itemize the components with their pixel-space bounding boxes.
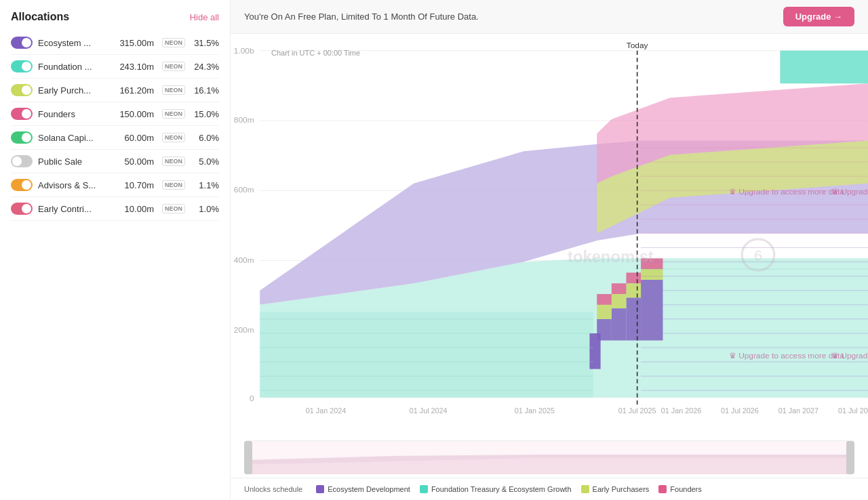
svg-text:800m: 800m bbox=[234, 115, 254, 124]
svg-text:1.00b: 1.00b bbox=[234, 46, 254, 55]
legend-item-label: Early Purchasers bbox=[593, 485, 650, 493]
legend-item: Foundation Treasury & Ecosystem Growth bbox=[420, 485, 572, 493]
main-content: You're On An Free Plan, Limited To 1 Mon… bbox=[231, 0, 868, 500]
svg-marker-16 bbox=[780, 51, 868, 83]
allocation-toggle[interactable] bbox=[11, 37, 33, 49]
svg-rect-25 bbox=[597, 294, 612, 305]
allocation-item: Solana Capi...60.00mNEON6.0% bbox=[11, 126, 219, 150]
allocation-name: Advisors & S... bbox=[38, 180, 119, 190]
svg-text:♛ Upgrade to access more d: ♛ Upgrade to access more d bbox=[831, 351, 868, 360]
allocation-toggle[interactable] bbox=[11, 60, 33, 72]
allocation-item: Early Contri...10.00mNEON1.0% bbox=[11, 197, 219, 221]
allocation-name: Solana Capi... bbox=[38, 133, 119, 143]
allocation-amount: 10.70m bbox=[125, 180, 154, 190]
allocation-amount: 50.00m bbox=[125, 157, 154, 167]
allocation-amount: 60.00m bbox=[125, 133, 154, 143]
allocation-list: Ecosystem ...315.00mNEON31.5%Foundation … bbox=[11, 31, 219, 221]
svg-rect-23 bbox=[626, 283, 641, 297]
svg-text:400m: 400m bbox=[234, 255, 254, 264]
neon-badge: NEON bbox=[162, 109, 185, 119]
allocation-amount: 150.00m bbox=[119, 109, 154, 119]
allocation-toggle[interactable] bbox=[11, 203, 33, 215]
neon-badge: NEON bbox=[162, 133, 185, 142]
svg-rect-20 bbox=[641, 280, 663, 341]
svg-rect-26 bbox=[612, 283, 627, 294]
banner: You're On An Free Plan, Limited To 1 Mon… bbox=[231, 0, 868, 34]
allocation-item: Early Purch...161.20mNEON16.1% bbox=[11, 79, 219, 102]
legend-dot bbox=[316, 485, 324, 493]
allocation-item: Foundation ...243.10mNEON24.3% bbox=[11, 55, 219, 79]
svg-text:01 Jul 2024: 01 Jul 2024 bbox=[410, 407, 448, 415]
svg-text:0: 0 bbox=[250, 394, 254, 402]
banner-text: You're On An Free Plan, Limited To 1 Mon… bbox=[244, 12, 479, 22]
allocation-item: Founders150.00mNEON15.0% bbox=[11, 102, 219, 126]
allocation-item: Public Sale50.00mNEON5.0% bbox=[11, 150, 219, 173]
sidebar-header: Allocations Hide all bbox=[11, 11, 219, 23]
chart-wrap: Chart in UTC + 00:00 Time 1.00b 800m 600… bbox=[231, 41, 868, 478]
minimap-handle-right[interactable] bbox=[846, 441, 854, 474]
neon-badge: NEON bbox=[162, 85, 185, 95]
svg-text:tokenomist: tokenomist bbox=[568, 248, 654, 266]
upgrade-button[interactable]: Upgrade → bbox=[783, 7, 854, 26]
allocation-name: Foundation ... bbox=[38, 62, 114, 72]
sidebar: Allocations Hide all Ecosystem ...315.00… bbox=[0, 0, 231, 500]
legend-dot bbox=[581, 485, 589, 493]
svg-rect-24 bbox=[641, 269, 663, 280]
svg-text:6: 6 bbox=[754, 248, 762, 264]
svg-text:01 Jan 2026: 01 Jan 2026 bbox=[661, 407, 701, 415]
legend-item-label: Ecosystem Development bbox=[328, 485, 410, 493]
allocation-item: Ecosystem ...315.00mNEON31.5% bbox=[11, 31, 219, 55]
neon-badge: NEON bbox=[162, 62, 185, 71]
svg-text:01 Jul 2025: 01 Jul 2025 bbox=[618, 407, 656, 415]
svg-rect-27 bbox=[626, 272, 641, 283]
chart-container: Chart in UTC + 00:00 Time 1.00b 800m 600… bbox=[231, 34, 868, 478]
svg-text:01 Jul 2026: 01 Jul 2026 bbox=[721, 407, 759, 415]
allocation-name: Founders bbox=[38, 109, 114, 119]
minimap[interactable] bbox=[244, 440, 854, 474]
allocation-name: Early Purch... bbox=[38, 85, 114, 96]
legend-item: Founders bbox=[658, 485, 701, 493]
svg-rect-29 bbox=[260, 312, 593, 397]
allocation-toggle[interactable] bbox=[11, 84, 33, 96]
svg-text:01 Jan 2027: 01 Jan 2027 bbox=[778, 407, 818, 415]
minimap-handle-left[interactable] bbox=[244, 441, 252, 474]
svg-text:♛ Upgrade to access more data: ♛ Upgrade to access more data bbox=[729, 187, 845, 196]
main-chart: 1.00b 800m 600m 400m 200m 0 bbox=[231, 41, 868, 440]
legend: Unlocks schedule Ecosystem DevelopmentFo… bbox=[231, 478, 868, 500]
legend-item: Early Purchasers bbox=[581, 485, 650, 493]
svg-rect-18 bbox=[612, 308, 627, 340]
legend-item: Ecosystem Development bbox=[316, 485, 410, 493]
svg-text:01 Jul 2027: 01 Jul 2027 bbox=[838, 407, 868, 415]
allocation-percentage: 31.5% bbox=[193, 38, 219, 48]
allocation-name: Ecosystem ... bbox=[38, 38, 114, 48]
allocation-toggle[interactable] bbox=[11, 131, 33, 144]
allocation-toggle[interactable] bbox=[11, 155, 33, 167]
svg-text:01 Jan 2025: 01 Jan 2025 bbox=[515, 407, 555, 415]
allocation-name: Early Contri... bbox=[38, 204, 119, 214]
legend-item-label: Founders bbox=[670, 485, 701, 493]
allocation-percentage: 15.0% bbox=[193, 109, 219, 119]
allocation-amount: 315.00m bbox=[119, 38, 154, 48]
allocation-toggle[interactable] bbox=[11, 179, 33, 191]
allocation-amount: 10.00m bbox=[125, 204, 154, 214]
legend-prefix-label: Unlocks schedule bbox=[244, 485, 302, 493]
hide-all-button[interactable]: Hide all bbox=[190, 12, 219, 22]
allocation-toggle[interactable] bbox=[11, 108, 33, 120]
allocation-percentage: 5.0% bbox=[193, 157, 219, 167]
svg-rect-30 bbox=[589, 333, 600, 369]
svg-text:♛ Upgrade to access more data: ♛ Upgrade to access more data bbox=[729, 351, 845, 360]
neon-badge: NEON bbox=[162, 38, 185, 47]
allocation-amount: 243.10m bbox=[119, 62, 154, 72]
allocation-percentage: 1.0% bbox=[193, 204, 219, 214]
legend-dot bbox=[658, 485, 667, 493]
sidebar-title: Allocations bbox=[11, 11, 69, 23]
legend-dot bbox=[420, 485, 428, 493]
allocation-percentage: 16.1% bbox=[193, 85, 219, 96]
legend-item-label: Foundation Treasury & Ecosystem Growth bbox=[431, 485, 572, 493]
allocation-percentage: 1.1% bbox=[193, 180, 219, 190]
allocation-percentage: 24.3% bbox=[193, 62, 219, 72]
svg-text:600m: 600m bbox=[234, 186, 254, 194]
svg-text:♛ Upgrade to access more d: ♛ Upgrade to access more d bbox=[831, 187, 868, 196]
svg-rect-22 bbox=[612, 294, 627, 308]
neon-badge: NEON bbox=[162, 157, 185, 166]
